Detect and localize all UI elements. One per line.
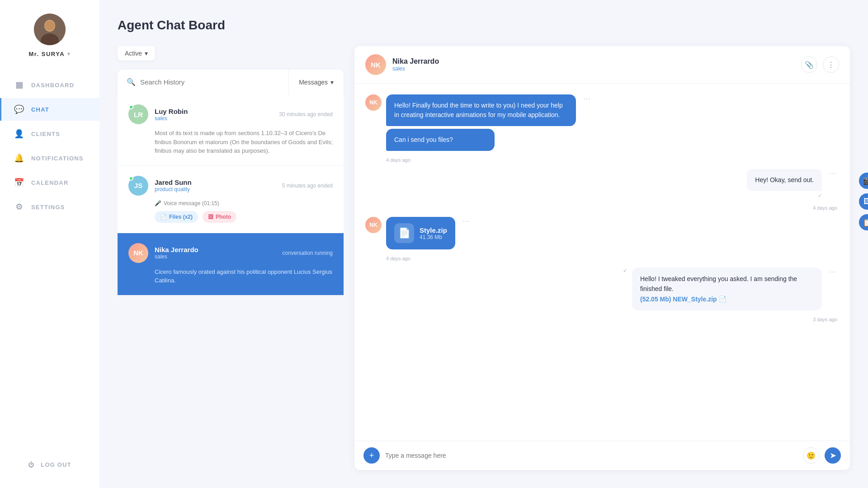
chat-list-header: 🔍 Messages ▾ [118, 70, 344, 94]
msg-options-4[interactable]: ⋯ [460, 217, 472, 225]
chat-name-nk: Nika Jerrardo [155, 246, 276, 253]
filter-chevron-icon: ▾ [145, 50, 148, 57]
chat-detail-panel: NK Nika Jerrardo sales 📎 ⋮ [354, 46, 850, 470]
chat-item-jared-sunn[interactable]: JS Jared Sunn product quality 5 minutes … [118, 166, 344, 233]
search-input[interactable] [140, 78, 279, 86]
sidebar-item-chat[interactable]: 💬 CHAT [0, 98, 99, 121]
chat-detail-header: NK Nika Jerrardo sales 📎 ⋮ [354, 46, 850, 84]
file-icon: 📄 [160, 214, 167, 220]
msg-options-1[interactable]: ⋯ [580, 94, 593, 103]
msg-group-m3: Hey! Okay, send out. ✓ [747, 169, 822, 199]
sidebar-item-calendar[interactable]: 📅 CALENDAR [0, 171, 99, 194]
msg-avatar-nk-1: NK [365, 94, 382, 111]
clients-icon: 👤 [14, 129, 25, 139]
msg-options-3[interactable]: ⋯ [826, 169, 839, 178]
image-action-btn[interactable]: 🖼 [859, 193, 868, 210]
online-indicator [129, 105, 133, 109]
messages-area: NK Hello! Finally found the time to writ… [354, 84, 850, 441]
sidebar-item-dashboard[interactable]: ▦ DASHBOARD [0, 74, 99, 96]
day-separator-3days: 3 days ago [365, 317, 839, 322]
settings-icon: ⚙ [14, 202, 25, 212]
messages-dropdown-btn[interactable]: Messages ▾ [289, 70, 344, 94]
username-display[interactable]: Mr. SURYA ▾ [28, 51, 71, 57]
username-chevron-icon: ▾ [67, 51, 71, 57]
send-button[interactable]: ➤ [825, 447, 841, 464]
search-bar: 🔍 [118, 70, 289, 94]
day-separator-4days-out: 4 days ago [365, 205, 839, 211]
day-separator-4days-file: 4 days ago [365, 256, 839, 261]
detail-info: Nika Jerrardo sales [392, 57, 795, 72]
chat-item-nika-jerrardo[interactable]: NK Nika Jerrardo sales conversation runn… [118, 233, 344, 296]
logout-icon: ⏻ [28, 461, 34, 468]
logout-button[interactable]: ⏻ LOG OUT [15, 455, 84, 474]
zip-icon: 📄 [398, 227, 410, 239]
avatar [34, 14, 66, 45]
search-icon: 🔍 [127, 78, 136, 86]
emoji-button[interactable]: 🙂 [803, 447, 819, 464]
svg-point-3 [45, 21, 55, 31]
sidebar: Mr. SURYA ▾ ▦ DASHBOARD 💬 CHAT 👤 CLIENTS… [0, 0, 99, 488]
notifications-icon: 🔔 [14, 153, 25, 163]
check-icon: ✓ [818, 193, 822, 199]
photo-badge[interactable]: 🖼 Photo [203, 211, 236, 223]
paperclip-icon: 📎 [805, 61, 814, 69]
chat-info-js: Jared Sunn product quality [155, 178, 276, 192]
chat-info-lr: Luy Robin sales [155, 108, 273, 122]
photo-icon: 🖼 [208, 214, 213, 220]
msg-check-m5: ✓ [623, 267, 627, 277]
chat-item-luy-robin[interactable]: LR Luy Robin sales 30 minutes ago ended … [118, 94, 344, 166]
sidebar-item-clients[interactable]: 👤 CLIENTS [0, 122, 99, 145]
msg-row-m4: NK 📄 Style.zip 41.36 Mb ⋯ [365, 217, 839, 249]
msg-avatar-nk-2: NK [365, 217, 382, 233]
chat-input-area: + 🙂 ➤ [354, 441, 850, 470]
chat-item-header-nk: NK Nika Jerrardo sales conversation runn… [128, 243, 333, 263]
outgoing-file-link[interactable]: (52.05 Mb) NEW_Style.zip 📄 [640, 294, 814, 304]
msg-options-5[interactable]: ⋯ [826, 267, 839, 276]
chat-name-lr: Luy Robin [155, 108, 273, 115]
add-button[interactable]: + [363, 447, 380, 464]
chat-preview-lr: Most of its text is made up from section… [155, 129, 333, 155]
detail-actions: 📎 ⋮ [801, 56, 839, 73]
logout-label: LOG OUT [41, 461, 71, 468]
chat-info-nk: Nika Jerrardo sales [155, 246, 276, 260]
outgoing-file-m5: Hello! I tweaked everything you asked. I… [632, 267, 822, 310]
message-input[interactable] [385, 452, 797, 459]
sidebar-label-calendar: CALENDAR [31, 179, 69, 186]
dashboard-icon: ▦ [14, 80, 25, 90]
sidebar-label-settings: SETTINGS [31, 204, 65, 211]
main-content: Agent Chat Board Active ▾ 🔍 Messages ▾ [99, 0, 868, 488]
files-badge[interactable]: 📄 Files (x2) [155, 211, 198, 223]
msg-row-m3: ⋯ Hey! Okay, send out. ✓ [365, 169, 839, 199]
messages-chevron-icon: ▾ [330, 79, 334, 86]
attachment-button[interactable]: 📎 [801, 56, 817, 73]
chat-avatar-js: JS [128, 176, 148, 196]
chat-avatar-lr: LR [128, 104, 148, 124]
voice-msg-js: 🎤 Voice message (01:15) [155, 200, 333, 206]
msg-bubble-m3: Hey! Okay, send out. [747, 169, 822, 191]
file-bubble-m4: 📄 Style.zip 41.36 Mb [386, 217, 455, 249]
chat-avatar-nk: NK [128, 243, 148, 263]
sidebar-item-notifications[interactable]: 🔔 NOTIFICATIONS [0, 147, 99, 169]
msg-group-m1: Hello! Finally found the time to write t… [386, 94, 576, 151]
filter-bar: Active ▾ [118, 46, 344, 61]
chat-time-nk: conversation running [283, 250, 333, 256]
file-size-m4: 41.36 Mb [420, 234, 447, 240]
film-icon: 🎬 [863, 177, 868, 185]
mic-icon: 🎤 [155, 200, 161, 206]
chat-icon: 💬 [14, 104, 25, 114]
document-action-btn[interactable]: 📋 [859, 214, 868, 230]
chat-category-lr: sales [155, 115, 273, 122]
active-filter-dropdown[interactable]: Active ▾ [118, 46, 155, 61]
file-info: Style.zip 41.36 Mb [420, 226, 447, 240]
username-label: Mr. SURYA [28, 51, 65, 57]
more-options-button[interactable]: ⋮ [823, 56, 839, 73]
ellipsis-icon: ⋮ [827, 61, 835, 69]
msg-row-m1: NK Hello! Finally found the time to writ… [365, 94, 839, 151]
video-action-btn[interactable]: 🎬 [859, 173, 868, 189]
chat-list: LR Luy Robin sales 30 minutes ago ended … [118, 94, 344, 296]
detail-avatar: NK [365, 54, 386, 75]
sidebar-label-notifications: NOTIFICATIONS [31, 155, 84, 162]
messages-label: Messages [299, 79, 328, 86]
sidebar-item-settings[interactable]: ⚙ SETTINGS [0, 196, 99, 218]
detail-contact-name: Nika Jerrardo [392, 57, 795, 66]
